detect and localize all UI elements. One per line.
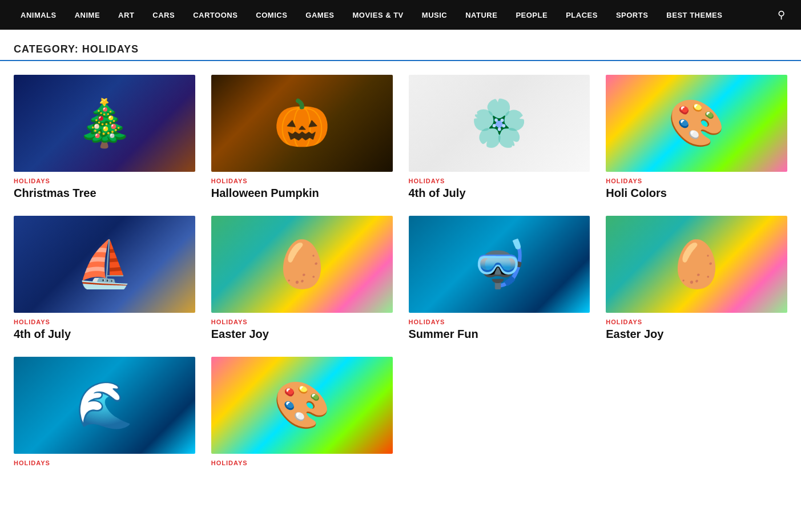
card-thumbnail: [606, 216, 787, 313]
nav-item-games[interactable]: GAMES: [296, 0, 343, 30]
nav-item-best-themes[interactable]: BEST THEMES: [657, 0, 731, 30]
card-title: Holi Colors: [606, 187, 787, 200]
card-category-label: HOLIDAYS: [211, 178, 393, 184]
card-title: Easter Joy: [211, 328, 393, 341]
card-category-label: HOLIDAYS: [211, 460, 393, 466]
card-thumbnail: [211, 216, 393, 313]
category-heading: CATEGORY: HOLIDAYS: [0, 30, 801, 61]
card-1-1[interactable]: HOLIDAYSEaster Joy: [211, 216, 393, 341]
card-thumbnail: [14, 216, 195, 313]
card-thumbnail: [211, 75, 393, 172]
card-0-1[interactable]: HOLIDAYSHalloween Pumpkin: [211, 75, 393, 200]
nav-item-movies---tv[interactable]: MOVIES & TV: [344, 0, 413, 30]
card-2-0[interactable]: HOLIDAYS: [14, 357, 195, 469]
card-1-3[interactable]: HOLIDAYSEaster Joy: [606, 216, 787, 341]
nav-item-animals[interactable]: ANIMALS: [11, 0, 66, 30]
card-category-label: HOLIDAYS: [606, 319, 787, 325]
nav-item-cartoons[interactable]: CARTOONS: [184, 0, 247, 30]
nav-item-comics[interactable]: COMICS: [247, 0, 296, 30]
nav-item-sports[interactable]: SPORTS: [607, 0, 657, 30]
search-icon[interactable]: ⚲: [773, 9, 790, 21]
card-1-0[interactable]: HOLIDAYS4th of July: [14, 216, 195, 341]
nav-item-cars[interactable]: CARS: [143, 0, 184, 30]
card-category-label: HOLIDAYS: [211, 319, 393, 325]
card-title: Easter Joy: [606, 328, 787, 341]
card-title: Summer Fun: [409, 328, 590, 341]
nav-item-music[interactable]: MUSIC: [413, 0, 456, 30]
card-title: Christmas Tree: [14, 187, 195, 200]
card-category-label: HOLIDAYS: [606, 178, 787, 184]
card-category-label: HOLIDAYS: [409, 178, 590, 184]
card-2-1[interactable]: HOLIDAYS: [211, 357, 393, 469]
nav-item-art[interactable]: ART: [109, 0, 143, 30]
card-category-label: HOLIDAYS: [14, 178, 195, 184]
grid-container: HOLIDAYSChristmas TreeHOLIDAYSHalloween …: [0, 75, 801, 498]
nav-item-nature[interactable]: NATURE: [456, 0, 506, 30]
card-title: 4th of July: [409, 187, 590, 200]
card-thumbnail: [14, 357, 195, 454]
top-navbar: ANIMALSANIMEARTCARSCARTOONSCOMICSGAMESMO…: [0, 0, 801, 30]
nav-item-places[interactable]: PLACES: [557, 0, 607, 30]
main-nav: ANIMALSANIMEARTCARSCARTOONSCOMICSGAMESMO…: [11, 0, 773, 30]
card-0-3[interactable]: HOLIDAYSHoli Colors: [606, 75, 787, 200]
card-thumbnail: [211, 357, 393, 454]
card-category-label: HOLIDAYS: [14, 460, 195, 466]
card-thumbnail: [606, 75, 787, 172]
card-thumbnail: [409, 216, 590, 313]
card-title: Halloween Pumpkin: [211, 187, 393, 200]
card-thumbnail: [14, 75, 195, 172]
card-1-2[interactable]: HOLIDAYSSummer Fun: [409, 216, 590, 341]
grid-row-2: HOLIDAYSHOLIDAYS: [14, 357, 787, 469]
grid-row-1: HOLIDAYS4th of JulyHOLIDAYSEaster JoyHOL…: [14, 216, 787, 341]
grid-row-0: HOLIDAYSChristmas TreeHOLIDAYSHalloween …: [14, 75, 787, 200]
nav-item-anime[interactable]: ANIME: [66, 0, 109, 30]
card-0-2[interactable]: HOLIDAYS4th of July: [409, 75, 590, 200]
card-0-0[interactable]: HOLIDAYSChristmas Tree: [14, 75, 195, 200]
nav-item-people[interactable]: PEOPLE: [506, 0, 557, 30]
card-category-label: HOLIDAYS: [409, 319, 590, 325]
card-title: 4th of July: [14, 328, 195, 341]
card-thumbnail: [409, 75, 590, 172]
card-category-label: HOLIDAYS: [14, 319, 195, 325]
